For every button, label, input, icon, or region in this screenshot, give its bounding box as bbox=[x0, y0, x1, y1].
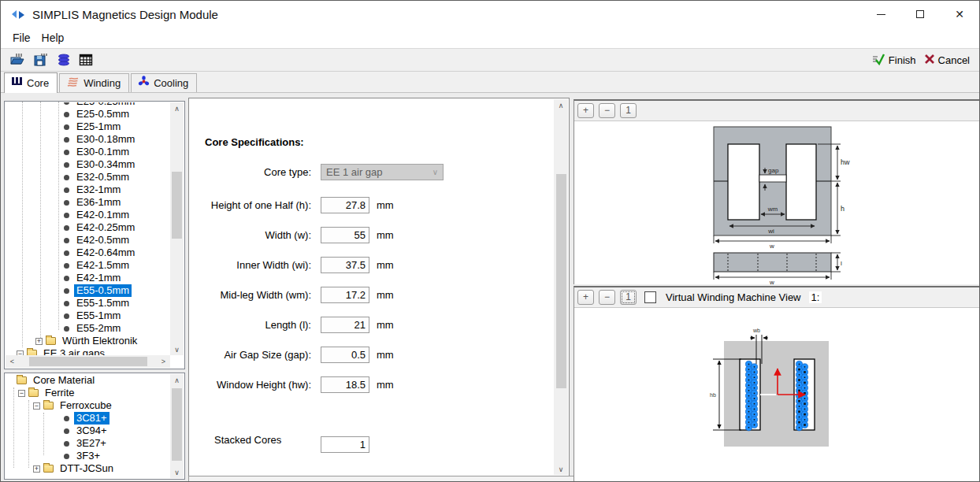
tree-item[interactable]: 3E27+ bbox=[6, 437, 169, 450]
field-label: Inner Width (wi): bbox=[205, 259, 311, 271]
dot-icon bbox=[64, 288, 69, 294]
stacked-cores-input[interactable] bbox=[321, 436, 369, 453]
tree-item[interactable]: E32-1mm bbox=[6, 184, 169, 196]
scrollbar-thumb[interactable] bbox=[29, 357, 147, 366]
tree-item[interactable]: 3C94+ bbox=[6, 425, 169, 437]
tree-item[interactable]: E36-1mm bbox=[6, 196, 169, 209]
scroll-up-icon[interactable]: ∧ bbox=[554, 99, 568, 111]
zoom-out-button[interactable]: − bbox=[599, 103, 615, 118]
zoom-out-button[interactable]: − bbox=[599, 290, 615, 305]
dimension-input-6[interactable] bbox=[321, 376, 369, 393]
scroll-down-icon[interactable]: ∨ bbox=[554, 463, 568, 475]
database-icon[interactable] bbox=[57, 53, 71, 67]
dot-icon bbox=[64, 441, 69, 447]
dimension-input-5[interactable] bbox=[321, 347, 369, 363]
menu-help[interactable]: Help bbox=[36, 30, 70, 46]
vertical-scrollbar[interactable]: ∧ ∨ bbox=[554, 99, 568, 475]
maximize-button[interactable] bbox=[900, 1, 940, 28]
collapse-minus-icon[interactable]: − bbox=[18, 390, 25, 397]
tree-item[interactable]: E55-1.5mm bbox=[6, 297, 169, 310]
tree-item[interactable]: −Ferroxcube bbox=[6, 399, 169, 412]
tree-item[interactable]: E42-0.1mm bbox=[6, 209, 169, 221]
close-button[interactable]: ✕ bbox=[940, 1, 979, 28]
tree-item[interactable]: 3C81+ bbox=[6, 412, 169, 425]
expand-plus-icon[interactable]: + bbox=[33, 465, 40, 473]
dot-icon bbox=[64, 263, 69, 269]
tree-item[interactable]: −EE 3 air gaps bbox=[6, 347, 169, 355]
scroll-left-icon[interactable]: < bbox=[6, 356, 19, 368]
cancel-button[interactable]: Cancel bbox=[924, 54, 970, 67]
minimize-button[interactable] bbox=[861, 1, 900, 28]
dot-icon bbox=[64, 225, 69, 231]
scroll-up-icon[interactable]: ∧ bbox=[170, 374, 184, 386]
tree-item[interactable]: E42-0.5mm bbox=[6, 234, 169, 247]
tree-item[interactable]: E30-0.18mm bbox=[6, 133, 169, 146]
tree-item-label: E25-0.25mm bbox=[74, 102, 137, 108]
dimension-input-3[interactable] bbox=[321, 287, 369, 303]
tree-item[interactable]: E25-1mm bbox=[6, 120, 169, 133]
dimension-input-4[interactable] bbox=[321, 317, 369, 333]
minimize-icon bbox=[877, 14, 885, 15]
winding-view-checkbox[interactable] bbox=[644, 291, 656, 303]
tree-item[interactable]: E25-0.5mm bbox=[6, 108, 169, 120]
tree-item[interactable]: +DTT-JCSun bbox=[6, 462, 169, 475]
horizontal-scrollbar[interactable]: < > bbox=[6, 355, 170, 368]
core-side-view bbox=[714, 253, 831, 272]
winding-view-label: Virtual Winding Machine View bbox=[666, 291, 801, 303]
open-design-icon[interactable] bbox=[9, 53, 25, 67]
tree-item[interactable]: E55-0.5mm bbox=[6, 284, 169, 297]
scroll-right-icon[interactable]: > bbox=[157, 356, 170, 368]
tree-item[interactable]: E55-1mm bbox=[6, 310, 169, 322]
zoom-in-button[interactable]: + bbox=[577, 290, 594, 305]
zoom-in-button[interactable]: + bbox=[577, 103, 594, 118]
tree-item[interactable]: E30-0.34mm bbox=[6, 158, 169, 171]
tab-winding[interactable]: Winding bbox=[59, 73, 129, 92]
virtual-winding-diagram: wb hb bbox=[574, 309, 980, 482]
tree-item[interactable]: E55-2mm bbox=[6, 322, 169, 335]
field-unit: mm bbox=[377, 259, 394, 271]
table-icon[interactable] bbox=[79, 53, 93, 67]
dot-icon bbox=[64, 102, 69, 105]
tree-item-label: Ferroxcube bbox=[58, 399, 114, 412]
tree-item[interactable]: E42-0.25mm bbox=[6, 221, 169, 234]
tree-item[interactable]: E42-0.64mm bbox=[6, 247, 169, 259]
dimension-input-2[interactable] bbox=[321, 257, 369, 273]
dot-icon bbox=[64, 200, 69, 206]
zoom-reset-button[interactable]: 1 bbox=[620, 290, 637, 305]
tab-cooling[interactable]: Cooling bbox=[131, 73, 197, 92]
window-title: SIMPLIS Magnetics Design Module bbox=[32, 8, 218, 21]
tree-item[interactable]: −Ferrite bbox=[6, 387, 169, 399]
vertical-scrollbar[interactable]: ∧ ∨ bbox=[170, 374, 184, 478]
scrollbar-thumb[interactable] bbox=[172, 388, 182, 461]
tree-item[interactable]: E30-0.1mm bbox=[6, 146, 169, 158]
tree-item[interactable]: E42-1mm bbox=[6, 272, 169, 284]
tree-item[interactable]: +Würth Elektronik bbox=[6, 335, 169, 347]
tree-item[interactable]: E25-0.25mm bbox=[6, 102, 169, 108]
dot-icon bbox=[64, 313, 69, 319]
expand-plus-icon[interactable]: + bbox=[35, 338, 43, 345]
zoom-reset-button[interactable]: 1 bbox=[620, 103, 637, 118]
dimension-input-1[interactable] bbox=[321, 227, 369, 243]
tree-item[interactable]: Core Material bbox=[6, 374, 169, 387]
tab-core[interactable]: Core bbox=[4, 72, 58, 93]
tree-item[interactable]: E32-0.5mm bbox=[6, 171, 169, 184]
finish-button[interactable]: Finish bbox=[872, 53, 916, 68]
scroll-down-icon[interactable]: ∨ bbox=[170, 343, 184, 355]
tree-item[interactable]: 3F3+ bbox=[6, 450, 169, 462]
tree-item[interactable]: E42-1.5mm bbox=[6, 259, 169, 272]
folder-icon bbox=[43, 465, 54, 473]
winding-view-index[interactable]: 1: bbox=[809, 291, 822, 303]
dot-icon bbox=[64, 150, 69, 155]
scroll-down-icon[interactable]: ∨ bbox=[170, 466, 184, 478]
menu-file[interactable]: File bbox=[7, 30, 36, 46]
tree-item-label: E25-1mm bbox=[74, 120, 123, 133]
core-type-select[interactable]: EE 1 air gap ∨ bbox=[321, 164, 444, 180]
scroll-up-icon[interactable]: ∧ bbox=[170, 102, 184, 114]
scrollbar-thumb[interactable] bbox=[172, 172, 182, 239]
collapse-minus-icon[interactable]: − bbox=[33, 402, 40, 410]
dot-icon bbox=[64, 162, 69, 168]
scrollbar-thumb[interactable] bbox=[556, 174, 566, 388]
dimension-input-0[interactable] bbox=[321, 197, 369, 213]
save-design-icon[interactable] bbox=[33, 53, 49, 67]
vertical-scrollbar[interactable]: ∧ ∨ bbox=[170, 102, 184, 355]
